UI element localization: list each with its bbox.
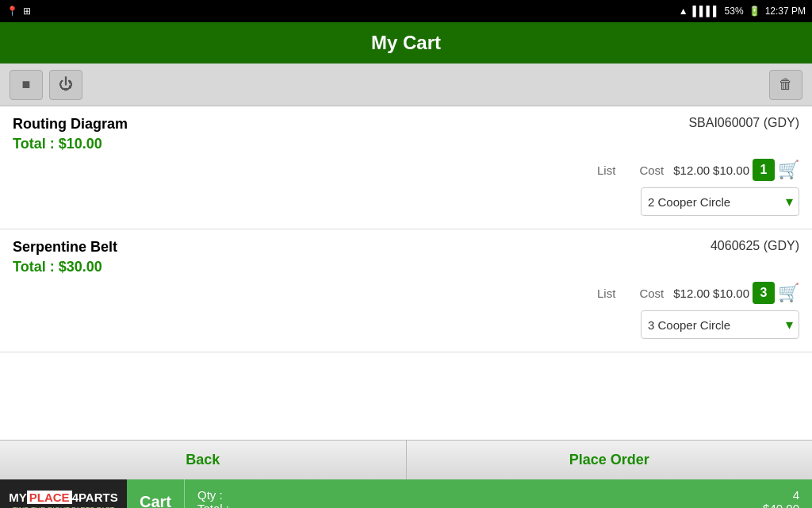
location-icon: 📍 xyxy=(6,6,18,17)
item-sku: SBAI060007 (GDY) xyxy=(688,116,799,130)
logo-4parts: 4PARTS xyxy=(72,491,118,504)
power-icon: ⏻ xyxy=(59,76,73,93)
status-bar-right: ▲ ▌▌▌▌ 53% 🔋 12:37 PM xyxy=(679,6,806,17)
footer-total-value: $40.00 xyxy=(763,502,799,508)
page-title: My Cart xyxy=(371,32,441,54)
battery-percent: 53% xyxy=(725,6,744,17)
cost-price: $10.00 xyxy=(713,287,749,300)
cart-item: Routing Diagram SBAI060007 (GDY) Total :… xyxy=(0,106,812,229)
trash-icon: 🗑 xyxy=(779,76,793,93)
location-select-2[interactable]: 3 Cooper Circle 1 Cooper Circle 2 Cooper… xyxy=(641,310,799,339)
back-button[interactable]: Back xyxy=(0,441,407,479)
item-total: Total : $10.00 xyxy=(13,136,799,152)
list-label: List xyxy=(597,287,615,300)
footer-info: Qty : Total : xyxy=(185,488,763,508)
list-label: List xyxy=(597,164,615,177)
item-name: Serpentine Belt xyxy=(13,239,117,256)
stop-button[interactable]: ■ xyxy=(10,70,43,100)
qty-badge: 1 xyxy=(753,159,775,181)
device-icon: ⊞ xyxy=(23,6,31,17)
item-pricing-row: List Cost $12.00 $10.00 1 🛒 xyxy=(13,159,799,181)
logo-subtext: FIND THE RIGHT PARTS FAST xyxy=(13,506,114,509)
footer-qty-label: Qty : xyxy=(197,488,750,502)
cart-icon: 🛒 xyxy=(778,160,799,180)
action-buttons: Back Place Order xyxy=(0,440,812,479)
power-button[interactable]: ⏻ xyxy=(49,70,82,100)
footer-qty-value: 4 xyxy=(793,488,799,502)
delete-button[interactable]: 🗑 xyxy=(769,70,802,100)
list-price: $12.00 xyxy=(673,287,710,300)
price-labels: List Cost xyxy=(597,287,664,300)
price-values: $12.00 $10.00 1 🛒 xyxy=(673,159,799,181)
footer-cart-label: Cart xyxy=(127,479,185,508)
status-bar: 📍 ⊞ ▲ ▌▌▌▌ 53% 🔋 12:37 PM xyxy=(0,0,812,22)
item-name: Routing Diagram xyxy=(13,116,128,133)
list-price: $12.00 xyxy=(673,164,710,177)
signal-icon: ▌▌▌▌ xyxy=(693,6,720,17)
qty-badge: 3 xyxy=(753,282,775,304)
cost-label: Cost xyxy=(639,287,664,300)
cart-item: Serpentine Belt 4060625 (GDY) Total : $3… xyxy=(0,229,812,352)
toolbar-left: ■ ⏻ xyxy=(10,70,82,100)
location-select-1[interactable]: 2 Cooper Circle 1 Cooper Circle 3 Cooper… xyxy=(641,187,799,216)
cart-item-header: Serpentine Belt 4060625 (GDY) xyxy=(13,239,799,256)
cost-price: $10.00 xyxy=(713,164,749,177)
price-values: $12.00 $10.00 3 🛒 xyxy=(673,282,799,304)
cart-item-header: Routing Diagram SBAI060007 (GDY) xyxy=(13,116,799,133)
battery-icon: 🔋 xyxy=(749,6,760,17)
logo-my: MY xyxy=(9,491,27,504)
item-pricing-row: List Cost $12.00 $10.00 3 🛒 xyxy=(13,282,799,304)
cart-icon: 🛒 xyxy=(778,283,799,303)
clock: 12:37 PM xyxy=(765,6,806,17)
brand-logo: MY PLACE 4PARTS FIND THE RIGHT PARTS FAS… xyxy=(0,479,127,508)
logo-place: PLACE xyxy=(27,491,72,504)
location-dropdown: 3 Cooper Circle 1 Cooper Circle 2 Cooper… xyxy=(13,310,799,339)
footer: MY PLACE 4PARTS FIND THE RIGHT PARTS FAS… xyxy=(0,479,812,508)
app-header: My Cart xyxy=(0,22,812,64)
footer-total-label: Total : xyxy=(197,502,750,508)
wifi-icon: ▲ xyxy=(679,6,688,17)
location-wrapper[interactable]: 2 Cooper Circle 1 Cooper Circle 3 Cooper… xyxy=(641,187,799,216)
place-order-button[interactable]: Place Order xyxy=(407,441,813,479)
footer-right-values: 4 $40.00 xyxy=(763,488,812,508)
location-dropdown: 2 Cooper Circle 1 Cooper Circle 3 Cooper… xyxy=(13,187,799,216)
stop-icon: ■ xyxy=(22,76,31,93)
location-wrapper[interactable]: 3 Cooper Circle 1 Cooper Circle 2 Cooper… xyxy=(641,310,799,339)
cost-label: Cost xyxy=(639,164,664,177)
cart-list: Routing Diagram SBAI060007 (GDY) Total :… xyxy=(0,106,812,440)
price-labels: List Cost xyxy=(597,164,664,177)
item-sku: 4060625 (GDY) xyxy=(710,239,799,253)
item-total: Total : $30.00 xyxy=(13,259,799,275)
toolbar: ■ ⏻ 🗑 xyxy=(0,64,812,106)
toolbar-right: 🗑 xyxy=(769,70,802,100)
status-bar-left: 📍 ⊞ xyxy=(6,6,31,17)
